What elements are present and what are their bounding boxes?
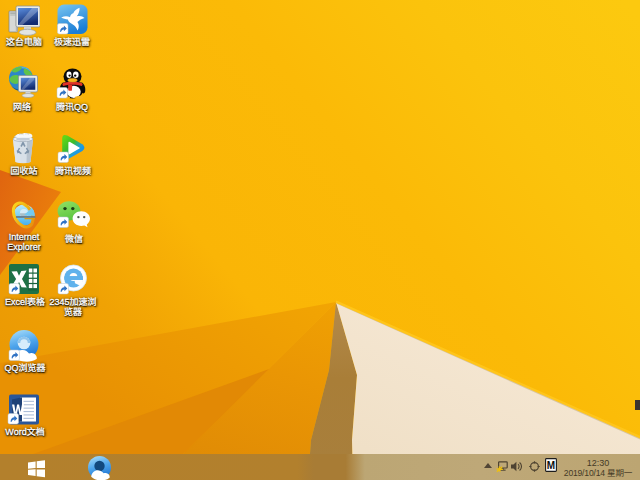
svg-text:M: M bbox=[547, 460, 555, 471]
